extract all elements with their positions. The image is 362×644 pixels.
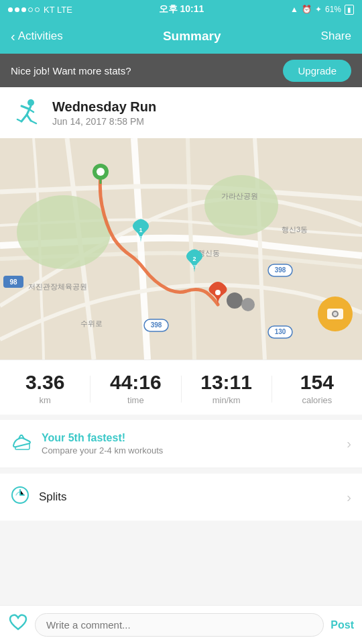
svg-text:398: 398 [275, 266, 286, 274]
heart-button[interactable] [8, 613, 28, 637]
nav-bar: ‹ Activities Summary Share [0, 19, 362, 54]
splits-chevron-icon: › [347, 490, 351, 505]
splits-label: Splits [39, 490, 337, 504]
activity-header: Wednesday Run Jun 14, 2017 8:58 PM [0, 87, 362, 138]
achievement-subtitle: Compare your 2-4 km workouts [42, 445, 337, 455]
dot2 [15, 7, 19, 12]
svg-text:저진관장체육공원: 저진관장체육공원 [28, 282, 87, 290]
svg-line-6 [27, 115, 31, 121]
status-right: ▲ ⏰ ✦ 61% ▮ [290, 5, 354, 15]
svg-text:130: 130 [275, 328, 286, 335]
status-left: KT LTE [8, 5, 72, 15]
stat-pace-label: min/km [182, 395, 272, 405]
status-bar: KT LTE 오후 10:11 ▲ ⏰ ✦ 61% ▮ [0, 0, 362, 19]
svg-text:행신3동: 행신3동 [282, 225, 308, 233]
svg-line-4 [21, 115, 27, 121]
svg-text:1: 1 [139, 227, 142, 233]
svg-text:km: km [191, 264, 198, 268]
stat-pace: 13:11 min/km [182, 372, 272, 405]
stat-calories-label: calories [272, 395, 362, 405]
svg-text:98: 98 [9, 278, 17, 286]
svg-point-30 [97, 168, 105, 176]
svg-point-32 [215, 290, 221, 295]
bottom-bar: Post [0, 605, 362, 644]
svg-line-2 [21, 106, 28, 109]
splits-row[interactable]: Splits › [0, 474, 362, 521]
back-label: Activities [18, 30, 63, 43]
upgrade-button[interactable]: Upgrade [283, 60, 351, 82]
post-button[interactable]: Post [330, 619, 354, 631]
upgrade-banner: Nice job! Want more stats? Upgrade [0, 54, 362, 87]
map-svg: 저진관장체육공원 가라산공원 행신3동 행신동 수위로 98 398 398 1… [0, 138, 362, 360]
activity-title: Wednesday Run [52, 99, 156, 115]
activity-info: Wednesday Run Jun 14, 2017 8:58 PM [52, 99, 156, 127]
back-button[interactable]: ‹ Activities [11, 29, 63, 44]
stat-distance-value: 3.36 [0, 372, 90, 392]
achievement-chevron-icon: › [347, 436, 351, 451]
signal-dots [8, 7, 40, 12]
stat-time: 44:16 time [90, 372, 180, 405]
stat-pace-value: 13:11 [182, 372, 272, 392]
svg-line-5 [17, 119, 21, 121]
stats-row: 3.36 km 44:16 time 13:11 min/km 154 calo… [0, 360, 362, 415]
achievement-row[interactable]: Your 5th fastest! Compare your 2-4 km wo… [0, 420, 362, 468]
shoe-icon [11, 431, 32, 457]
comment-input[interactable] [35, 613, 324, 637]
svg-text:2: 2 [192, 256, 196, 262]
svg-line-7 [31, 121, 36, 123]
run-icon [11, 97, 43, 129]
svg-text:수위로: 수위로 [80, 319, 103, 327]
nav-title: Summary [163, 29, 221, 44]
svg-point-10 [204, 175, 278, 235]
share-button[interactable]: Share [321, 30, 351, 43]
svg-point-0 [27, 99, 34, 106]
svg-point-37 [227, 292, 243, 309]
svg-point-38 [241, 298, 255, 311]
bottom-spacer [0, 521, 362, 568]
dot3 [21, 7, 26, 12]
activity-date: Jun 14, 2017 8:58 PM [52, 116, 156, 127]
alarm-icon: ⏰ [302, 5, 312, 14]
svg-text:km: km [137, 235, 144, 239]
dot1 [8, 7, 13, 12]
carrier-label: KT LTE [44, 5, 72, 15]
achievement-title: Your 5th fastest! [42, 432, 337, 444]
upgrade-text: Nice job! Want more stats? [11, 65, 131, 76]
dot4 [28, 7, 33, 12]
bluetooth-icon: ✦ [315, 5, 322, 14]
stat-distance-label: km [0, 395, 90, 405]
battery-level: 61% [325, 5, 341, 14]
dot5 [35, 7, 40, 12]
splits-icon [11, 486, 29, 508]
achievement-text: Your 5th fastest! Compare your 2-4 km wo… [42, 432, 337, 455]
back-chevron-icon: ‹ [11, 29, 15, 44]
location-icon: ▲ [290, 5, 298, 14]
stat-time-value: 44:16 [90, 372, 180, 392]
svg-point-36 [333, 312, 337, 316]
map-container: 저진관장체육공원 가라산공원 행신3동 행신동 수위로 98 398 398 1… [0, 138, 362, 360]
stat-distance: 3.36 km [0, 372, 90, 405]
stat-time-label: time [90, 395, 180, 405]
svg-point-9 [17, 195, 111, 269]
stat-calories-value: 154 [272, 372, 362, 392]
svg-text:가라산공원: 가라산공원 [221, 192, 258, 200]
svg-text:398: 398 [151, 321, 162, 329]
stat-calories: 154 calories [272, 372, 362, 405]
status-time: 오후 10:11 [159, 3, 204, 15]
battery-icon: ▮ [345, 5, 354, 15]
